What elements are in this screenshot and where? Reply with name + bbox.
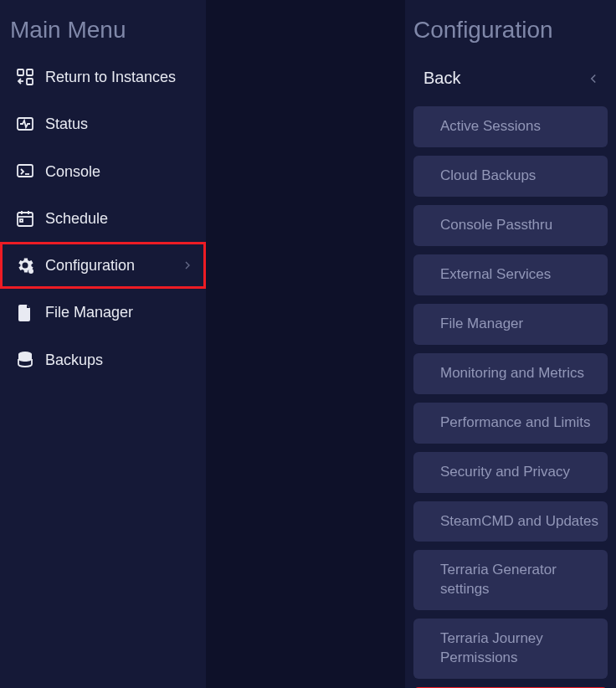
- config-item-external-services[interactable]: External Services: [413, 254, 608, 295]
- configuration-list: Active SessionsCloud BackupsConsole Pass…: [413, 106, 608, 688]
- config-item-label: Monitoring and Metrics: [440, 365, 584, 381]
- config-item-monitoring-and-metrics[interactable]: Monitoring and Metrics: [413, 353, 608, 394]
- config-item-active-sessions[interactable]: Active Sessions: [413, 106, 608, 147]
- sidebar-item-backups[interactable]: Backups: [0, 336, 206, 383]
- sidebar-item-label: Backups: [45, 350, 194, 370]
- schedule-icon: [15, 208, 35, 228]
- sidebar-item-label: File Manager: [45, 302, 194, 322]
- config-item-terraria-journey-permissions[interactable]: Terraria Journey Permissions: [413, 619, 608, 679]
- main-menu-sidebar: Main Menu Return to InstancesStatusConso…: [0, 0, 206, 688]
- console-icon: [15, 162, 35, 182]
- config-item-terraria-generator-settings[interactable]: Terraria Generator settings: [413, 550, 608, 610]
- config-item-cloud-backups[interactable]: Cloud Backups: [413, 156, 608, 197]
- svg-rect-10: [20, 219, 23, 222]
- config-item-label: File Manager: [440, 316, 523, 331]
- svg-rect-1: [27, 69, 33, 75]
- file-manager-icon: [15, 303, 35, 323]
- status-icon: [15, 114, 35, 134]
- configuration-panel: Configuration Back Active SessionsCloud …: [405, 0, 616, 688]
- config-item-label: Performance and Limits: [440, 414, 591, 430]
- config-item-label: Security and Privacy: [440, 464, 570, 480]
- chevron-right-icon: [181, 259, 194, 272]
- config-item-performance-and-limits[interactable]: Performance and Limits: [413, 403, 608, 444]
- svg-rect-0: [18, 69, 23, 75]
- backups-icon: [15, 350, 35, 370]
- return-icon: [15, 67, 35, 87]
- config-item-console-passthru[interactable]: Console Passthru: [413, 205, 608, 246]
- sidebar-item-schedule[interactable]: Schedule: [0, 195, 206, 242]
- back-button[interactable]: Back: [413, 64, 608, 106]
- sidebar-item-label: Console: [45, 162, 194, 182]
- config-item-file-manager[interactable]: File Manager: [413, 304, 608, 345]
- back-label: Back: [424, 69, 460, 88]
- sidebar-item-status[interactable]: Status: [0, 100, 206, 147]
- configuration-panel-title: Configuration: [413, 0, 608, 64]
- config-item-steamcmd-and-updates[interactable]: SteamCMD and Updates: [413, 501, 608, 542]
- sidebar-item-label: Configuration: [45, 255, 171, 275]
- sidebar-item-label: Return to Instances: [45, 67, 194, 87]
- sidebar-item-console[interactable]: Console: [0, 148, 206, 195]
- sidebar-item-configuration[interactable]: Configuration: [0, 242, 206, 289]
- sidebar-item-label: Status: [45, 114, 194, 134]
- config-item-label: Terraria Generator settings: [440, 562, 557, 597]
- config-item-label: External Services: [440, 266, 551, 282]
- config-item-label: Active Sessions: [440, 118, 541, 134]
- main-menu-title: Main Menu: [0, 0, 206, 54]
- config-item-security-and-privacy[interactable]: Security and Privacy: [413, 452, 608, 493]
- content-gap: [206, 0, 405, 688]
- svg-rect-2: [27, 79, 33, 85]
- config-item-label: Console Passthru: [440, 217, 552, 233]
- main-menu-list: Return to InstancesStatusConsoleSchedule…: [0, 54, 206, 383]
- config-item-label: Cloud Backups: [440, 167, 536, 183]
- sidebar-item-label: Schedule: [45, 208, 194, 228]
- chevron-left-icon: [586, 71, 601, 86]
- config-item-label: Terraria Journey Permissions: [440, 630, 543, 665]
- configuration-icon: [15, 255, 35, 275]
- sidebar-item-return-to-instances[interactable]: Return to Instances: [0, 54, 206, 100]
- config-item-label: SteamCMD and Updates: [440, 513, 598, 529]
- sidebar-item-file-manager[interactable]: File Manager: [0, 289, 206, 336]
- svg-point-11: [28, 269, 33, 274]
